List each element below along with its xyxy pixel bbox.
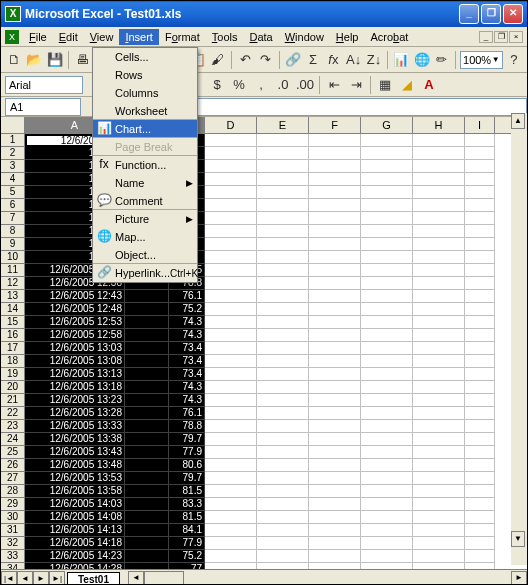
cell[interactable]: 12/6/2005 13:28 bbox=[25, 407, 125, 420]
cell[interactable] bbox=[205, 277, 257, 290]
insert-menu-map[interactable]: 🌐Map... bbox=[93, 228, 197, 246]
cell[interactable] bbox=[205, 407, 257, 420]
cell[interactable] bbox=[309, 303, 361, 316]
cell[interactable] bbox=[125, 459, 169, 472]
cell[interactable] bbox=[465, 264, 495, 277]
sheet-tab[interactable]: Test01 bbox=[67, 572, 120, 586]
cell[interactable] bbox=[257, 446, 309, 459]
currency-button[interactable]: $ bbox=[207, 75, 227, 95]
menu-acrobat[interactable]: Acrobat bbox=[364, 29, 414, 45]
cell[interactable] bbox=[125, 368, 169, 381]
cell[interactable] bbox=[361, 511, 413, 524]
cell[interactable] bbox=[465, 225, 495, 238]
row-header[interactable]: 9 bbox=[1, 238, 25, 251]
cell[interactable]: 12/6/2005 13:08 bbox=[25, 355, 125, 368]
row-header[interactable]: 19 bbox=[1, 368, 25, 381]
cell[interactable] bbox=[205, 524, 257, 537]
cell[interactable] bbox=[125, 550, 169, 563]
cell[interactable] bbox=[361, 342, 413, 355]
cell[interactable] bbox=[257, 277, 309, 290]
decrease-indent-button[interactable]: ⇤ bbox=[324, 75, 344, 95]
column-header-E[interactable]: E bbox=[257, 117, 309, 133]
cell[interactable] bbox=[257, 173, 309, 186]
percent-button[interactable]: % bbox=[229, 75, 249, 95]
cell[interactable] bbox=[465, 199, 495, 212]
cell[interactable] bbox=[309, 446, 361, 459]
cell[interactable] bbox=[309, 459, 361, 472]
cell[interactable] bbox=[413, 212, 465, 225]
cell[interactable] bbox=[309, 173, 361, 186]
cell[interactable] bbox=[205, 368, 257, 381]
cell[interactable] bbox=[465, 147, 495, 160]
cell[interactable] bbox=[413, 186, 465, 199]
font-color-button[interactable]: A bbox=[419, 75, 439, 95]
cell[interactable] bbox=[361, 563, 413, 569]
cell[interactable] bbox=[465, 498, 495, 511]
cell[interactable] bbox=[465, 134, 495, 147]
column-header-F[interactable]: F bbox=[309, 117, 361, 133]
cell[interactable]: 76.1 bbox=[169, 407, 205, 420]
sort-desc-button[interactable]: Z↓ bbox=[365, 50, 383, 70]
new-button[interactable]: 🗋 bbox=[5, 50, 23, 70]
cell[interactable] bbox=[361, 290, 413, 303]
cell[interactable] bbox=[413, 485, 465, 498]
cell[interactable]: 12/6/2005 13:13 bbox=[25, 368, 125, 381]
cell[interactable] bbox=[309, 147, 361, 160]
cell[interactable] bbox=[413, 134, 465, 147]
cell[interactable] bbox=[125, 420, 169, 433]
cell[interactable] bbox=[361, 381, 413, 394]
cell[interactable] bbox=[465, 420, 495, 433]
open-button[interactable]: 📂 bbox=[25, 50, 43, 70]
cell[interactable] bbox=[361, 225, 413, 238]
row-header[interactable]: 28 bbox=[1, 485, 25, 498]
cell[interactable] bbox=[309, 290, 361, 303]
cell[interactable] bbox=[361, 355, 413, 368]
cell[interactable] bbox=[361, 433, 413, 446]
cell[interactable] bbox=[205, 511, 257, 524]
cell[interactable] bbox=[205, 160, 257, 173]
decrease-decimal-button[interactable]: .00 bbox=[295, 75, 315, 95]
cell[interactable] bbox=[465, 394, 495, 407]
cell[interactable] bbox=[205, 147, 257, 160]
cell[interactable] bbox=[205, 316, 257, 329]
cell[interactable] bbox=[257, 160, 309, 173]
insert-menu-columns[interactable]: Columns bbox=[93, 84, 197, 102]
cell[interactable] bbox=[125, 472, 169, 485]
insert-menu-comment[interactable]: 💬Comment bbox=[93, 192, 197, 210]
cell[interactable] bbox=[205, 563, 257, 569]
cell[interactable]: 12/6/2005 12:58 bbox=[25, 329, 125, 342]
cell[interactable] bbox=[413, 381, 465, 394]
cell[interactable] bbox=[309, 550, 361, 563]
insert-menu-chart[interactable]: 📊Chart... bbox=[93, 120, 197, 138]
cell[interactable] bbox=[257, 433, 309, 446]
cell[interactable] bbox=[309, 472, 361, 485]
cell[interactable] bbox=[413, 563, 465, 569]
cell[interactable]: 74.3 bbox=[169, 381, 205, 394]
cell[interactable]: 81.5 bbox=[169, 485, 205, 498]
cell[interactable] bbox=[361, 160, 413, 173]
cell[interactable] bbox=[361, 446, 413, 459]
function-button[interactable]: fx bbox=[324, 50, 342, 70]
cell[interactable] bbox=[205, 472, 257, 485]
cell[interactable] bbox=[413, 524, 465, 537]
cell[interactable]: 77.9 bbox=[169, 446, 205, 459]
row-header[interactable]: 1 bbox=[1, 134, 25, 147]
cell[interactable] bbox=[361, 420, 413, 433]
cell[interactable] bbox=[413, 407, 465, 420]
mdi-close[interactable]: × bbox=[509, 31, 523, 43]
save-button[interactable]: 💾 bbox=[46, 50, 64, 70]
cell[interactable]: 74.3 bbox=[169, 316, 205, 329]
cell[interactable] bbox=[125, 498, 169, 511]
cell[interactable]: 81.5 bbox=[169, 511, 205, 524]
cell[interactable]: 74.3 bbox=[169, 329, 205, 342]
cell[interactable] bbox=[361, 485, 413, 498]
cell[interactable] bbox=[257, 550, 309, 563]
cell[interactable]: 73.4 bbox=[169, 368, 205, 381]
cell[interactable]: 12/6/2005 13:18 bbox=[25, 381, 125, 394]
row-header[interactable]: 17 bbox=[1, 342, 25, 355]
cell[interactable] bbox=[125, 433, 169, 446]
cell[interactable] bbox=[205, 225, 257, 238]
font-selector[interactable]: Arial bbox=[5, 76, 83, 94]
row-header[interactable]: 20 bbox=[1, 381, 25, 394]
row-header[interactable]: 29 bbox=[1, 498, 25, 511]
